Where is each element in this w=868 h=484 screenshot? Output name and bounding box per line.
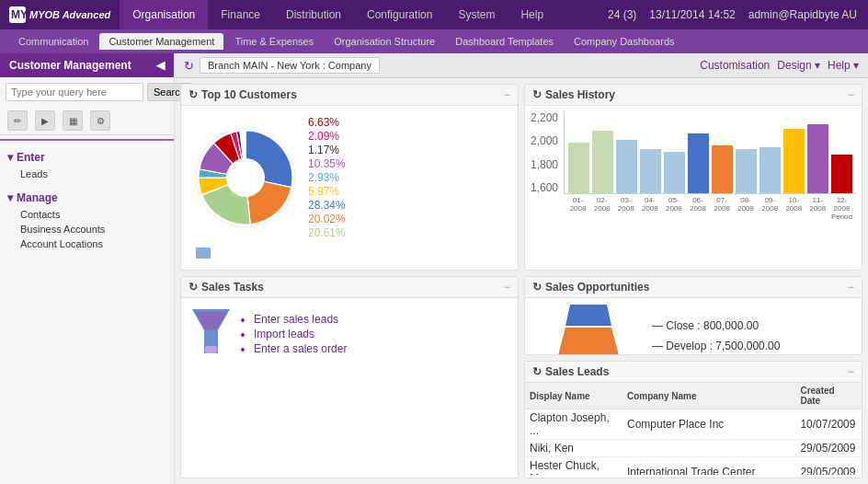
table-row[interactable]: Clapton Joseph, ...Computer Place Inc10/… (525, 409, 862, 440)
table-row[interactable]: Niki, Ken29/05/2009 (525, 440, 862, 457)
widget-sales-tasks-minus-icon[interactable]: − (504, 281, 510, 294)
sidebar-section-manage-title[interactable]: ▾Manage (7, 189, 166, 207)
svg-rect-4 (196, 248, 211, 259)
svg-point-3 (226, 158, 265, 197)
sidebar: Customer Management ◀ Search ✏ ▶ ▦ ⚙ ▾En… (0, 53, 175, 484)
bar-item (664, 152, 685, 193)
svg-marker-9 (558, 328, 619, 355)
sidebar-search-area: Search (0, 77, 174, 107)
widget-top10-body: 6.63% 2.09% 1.17% 10.35% 2.93% 5.97% 28.… (181, 106, 518, 270)
sub-tab-company-dashboards[interactable]: Company Dashboards (565, 33, 683, 50)
svg-text:MYOB: MYOB (11, 8, 26, 21)
bar-label: 01-2008 (567, 196, 588, 213)
widget-sales-leads-minus-icon[interactable]: − (848, 365, 854, 378)
leads-table-body: Clapton Joseph, ...Computer Place Inc10/… (525, 409, 862, 476)
bar-chart-container: 01-200802-200803-200804-200805-200806-20… (564, 111, 856, 221)
sales-leads-table: Display Name Company Name Created Date C… (525, 383, 862, 475)
sub-tab-customer-management[interactable]: Customer Management (99, 33, 223, 50)
widget-top10-refresh-icon[interactable]: ↻ (188, 88, 198, 101)
app-logo: MYOB MYOB Advanced (0, 6, 120, 23)
widget-sales-opp-minus-icon[interactable]: − (848, 281, 854, 294)
topbar-refresh-icon[interactable]: ↻ (184, 59, 194, 73)
widget-sales-history-body: 2,200 2,000 1,800 1,600 01-200802-200803… (525, 106, 862, 226)
content-area: ↻ Branch MAIN - New York : Company Custo… (175, 53, 868, 484)
widget-sales-opp-refresh-icon[interactable]: ↻ (532, 281, 542, 294)
table-cell-company: International Trade Center (622, 457, 795, 476)
bar-label: 07-2008 (712, 196, 733, 213)
widget-sales-history-refresh-icon[interactable]: ↻ (532, 88, 542, 101)
bar-label: 04-2008 (639, 196, 660, 213)
bar-label: 05-2008 (663, 196, 684, 213)
bar-item (712, 145, 733, 193)
nav-tab-configuration[interactable]: Configuration (354, 0, 445, 29)
widget-sales-tasks-controls: − (504, 281, 510, 294)
top-navigation: MYOB MYOB Advanced Organisation Finance … (0, 0, 868, 29)
bar-label: 11-2008 (807, 196, 828, 213)
right-column: ↻ Sales Opportunities − (524, 276, 862, 478)
leads-table-head: Display Name Company Name Created Date (525, 383, 862, 409)
funnel-label-close: — Close : 800,000.00 (652, 319, 780, 332)
widget-sales-tasks-header: ↻ Sales Tasks − (181, 277, 518, 298)
table-cell-name: Hester Chuck, Mr. (525, 457, 622, 476)
nav-tab-organisation[interactable]: Organisation (120, 0, 208, 29)
top-right-info: 24 (3) 13/11/2014 14:52 admin@Rapidbyte … (597, 8, 868, 21)
sub-tab-communication[interactable]: Communication (9, 33, 97, 50)
widget-sales-opp-title: ↻ Sales Opportunities (532, 281, 649, 294)
widget-sales-opp-header: ↻ Sales Opportunities − (525, 277, 862, 298)
sub-tab-org-structure[interactable]: Organisation Structure (325, 33, 444, 50)
sidebar-collapse-icon[interactable]: ◀ (156, 59, 165, 72)
widget-sales-leads: ↻ Sales Leads − Display Name C (524, 361, 862, 478)
widget-sales-leads-refresh-icon[interactable]: ↻ (532, 365, 542, 378)
nav-tab-finance[interactable]: Finance (208, 0, 273, 29)
nav-tab-help[interactable]: Help (508, 0, 556, 29)
sidebar-item-contacts[interactable]: Contacts (7, 207, 166, 222)
widget-sales-tasks-body: Enter sales leads Import leads Enter a s… (181, 298, 518, 370)
task-import-leads[interactable]: Import leads (254, 328, 347, 340)
nav-tab-system[interactable]: System (445, 0, 508, 29)
widget-top10-minus-icon[interactable]: − (504, 88, 510, 101)
design-button[interactable]: Design ▾ (777, 59, 820, 72)
sub-tab-dashboard-templates[interactable]: Dashboard Templates (446, 33, 563, 50)
widget-sales-tasks: ↻ Sales Tasks − (180, 276, 519, 478)
task-enter-sales-leads[interactable]: Enter sales leads (254, 313, 347, 326)
chart-icon[interactable]: ▦ (63, 110, 83, 131)
notification-count[interactable]: 24 (3) (608, 8, 636, 21)
help-button[interactable]: Help ▾ (828, 59, 859, 72)
bar-item (760, 147, 781, 193)
sub-tab-time-expenses[interactable]: Time & Expenses (225, 33, 323, 50)
pie-chart (190, 122, 301, 233)
leads-col-date: Created Date (795, 383, 862, 409)
table-cell-date: 10/07/2009 (795, 409, 862, 440)
pencil-icon[interactable]: ✏ (7, 110, 28, 131)
pie-labels: 6.63% 2.09% 1.17% 10.35% 2.93% 5.97% 28.… (308, 115, 346, 240)
play-icon[interactable]: ▶ (35, 110, 55, 131)
svg-marker-8 (565, 305, 611, 326)
pie-container: 6.63% 2.09% 1.17% 10.35% 2.93% 5.97% 28.… (187, 111, 512, 244)
funnel-tasks-icon (190, 307, 232, 361)
sidebar-section-manage: ▾Manage Contacts Business Accounts Accou… (0, 185, 174, 255)
funnel-label-develop: — Develop : 7,500,000.00 (652, 340, 780, 352)
widget-sales-history-minus-icon[interactable]: − (848, 88, 854, 101)
sidebar-item-account-locations[interactable]: Account Locations (7, 236, 166, 251)
sidebar-section-enter-title[interactable]: ▾Enter (7, 148, 166, 167)
task-enter-sales-order[interactable]: Enter a sales order (254, 342, 347, 355)
bar-chart-wrapper: 2,200 2,000 1,800 1,600 01-200802-200803… (531, 111, 856, 221)
sidebar-section-enter: ▾Enter Leads (0, 144, 174, 185)
search-input[interactable] (6, 83, 143, 101)
bar-item (831, 155, 852, 193)
sidebar-item-business-accounts[interactable]: Business Accounts (7, 222, 166, 236)
sidebar-item-leads[interactable]: Leads (7, 167, 166, 181)
content-topbar: ↻ Branch MAIN - New York : Company Custo… (175, 53, 868, 78)
user-display[interactable]: admin@Rapidbyte AU (748, 8, 857, 21)
widget-sales-tasks-refresh-icon[interactable]: ↻ (188, 281, 198, 294)
customisation-button[interactable]: Customisation (700, 59, 770, 72)
gear-icon[interactable]: ⚙ (90, 110, 110, 131)
main-container: Customer Management ◀ Search ✏ ▶ ▦ ⚙ ▾En… (0, 53, 868, 484)
bar-item (736, 149, 757, 193)
table-cell-name: Clapton Joseph, ... (525, 409, 622, 440)
nav-tab-distribution[interactable]: Distribution (273, 0, 354, 29)
logo-text: MYOB Advanced (29, 9, 110, 20)
table-row[interactable]: Hester Chuck, Mr.International Trade Cen… (525, 457, 862, 476)
table-cell-date: 29/05/2009 (795, 457, 862, 476)
table-cell-company (622, 440, 795, 457)
